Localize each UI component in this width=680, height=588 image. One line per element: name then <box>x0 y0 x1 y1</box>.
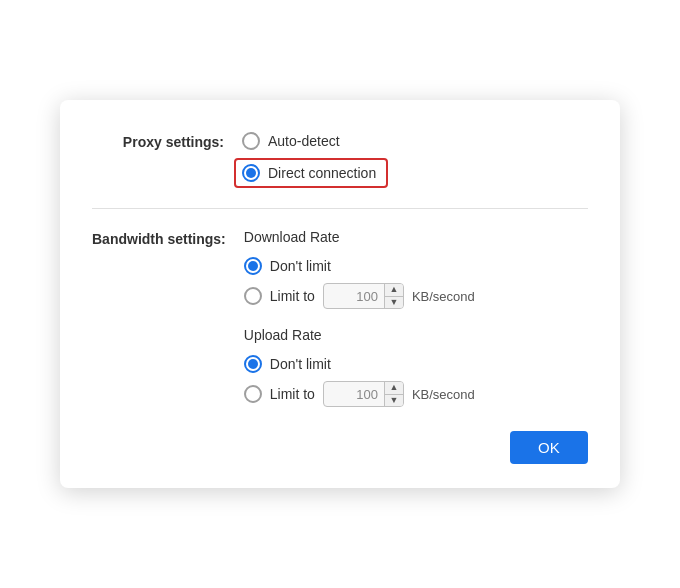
download-spinner-up[interactable]: ▲ <box>385 284 403 297</box>
upload-spinner: ▲ ▼ <box>384 382 403 406</box>
download-limit-row: Limit to ▲ ▼ KB/second <box>244 283 475 309</box>
download-limit-to-label: Limit to <box>270 288 315 304</box>
download-dont-limit-radio[interactable] <box>244 257 262 275</box>
upload-limit-row: Limit to ▲ ▼ KB/second <box>244 381 475 407</box>
upload-unit-label: KB/second <box>412 387 475 402</box>
bandwidth-section: Bandwidth settings: Download Rate Don't … <box>92 229 588 407</box>
upload-spinner-up[interactable]: ▲ <box>385 382 403 395</box>
upload-limit-input-wrapper: ▲ ▼ <box>323 381 404 407</box>
direct-connection-label: Direct connection <box>268 165 376 181</box>
upload-dont-limit-row[interactable]: Don't limit <box>244 355 475 373</box>
upload-spinner-down[interactable]: ▼ <box>385 395 403 407</box>
upload-dont-limit-radio[interactable] <box>244 355 262 373</box>
download-rate-title: Download Rate <box>244 229 475 245</box>
section-divider <box>92 208 588 209</box>
bandwidth-label: Bandwidth settings: <box>92 229 244 247</box>
auto-detect-row[interactable]: Auto-detect <box>242 132 388 150</box>
download-limit-input[interactable] <box>324 287 384 306</box>
auto-detect-radio[interactable] <box>242 132 260 150</box>
download-spinner-down[interactable]: ▼ <box>385 297 403 309</box>
proxy-options: Auto-detect Direct connection <box>242 132 388 188</box>
direct-connection-radio[interactable] <box>242 164 260 182</box>
download-limit-radio[interactable] <box>244 287 262 305</box>
proxy-section: Proxy settings: Auto-detect Direct conne… <box>92 132 588 188</box>
download-unit-label: KB/second <box>412 289 475 304</box>
direct-connection-row[interactable]: Direct connection <box>234 158 388 188</box>
upload-limit-input[interactable] <box>324 385 384 404</box>
download-spinner: ▲ ▼ <box>384 284 403 308</box>
download-dont-limit-row[interactable]: Don't limit <box>244 257 475 275</box>
upload-rate-block: Upload Rate Don't limit Limit to ▲ ▼ <box>244 327 475 407</box>
bandwidth-options: Download Rate Don't limit Limit to ▲ ▼ <box>244 229 475 407</box>
upload-limit-to-label: Limit to <box>270 386 315 402</box>
ok-row: OK <box>92 431 588 464</box>
upload-rate-title: Upload Rate <box>244 327 475 343</box>
ok-button[interactable]: OK <box>510 431 588 464</box>
proxy-label: Proxy settings: <box>92 132 242 150</box>
download-rate-block: Download Rate Don't limit Limit to ▲ ▼ <box>244 229 475 309</box>
upload-dont-limit-label: Don't limit <box>270 356 331 372</box>
auto-detect-label: Auto-detect <box>268 133 340 149</box>
settings-dialog: Proxy settings: Auto-detect Direct conne… <box>60 100 620 488</box>
download-limit-input-wrapper: ▲ ▼ <box>323 283 404 309</box>
upload-limit-radio[interactable] <box>244 385 262 403</box>
download-dont-limit-label: Don't limit <box>270 258 331 274</box>
